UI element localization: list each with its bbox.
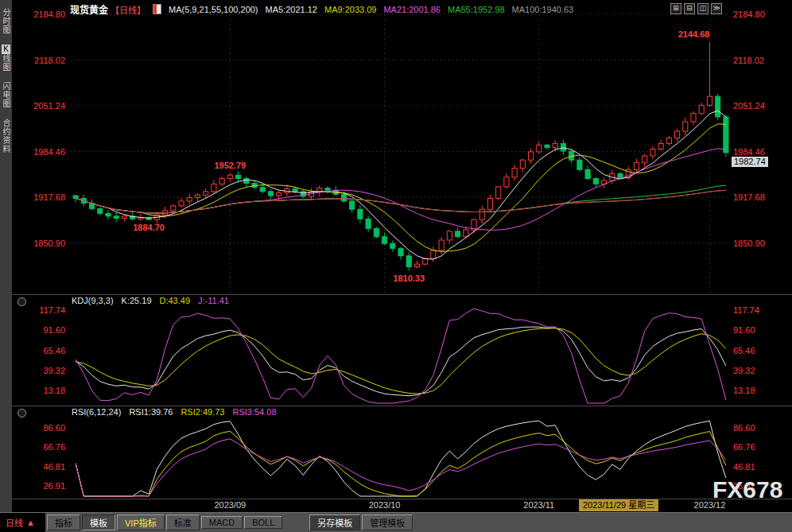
toolbar-button-manage-template[interactable]: 管理模板 [362,515,413,530]
svg-text:1884.70: 1884.70 [133,223,165,232]
x-axis-label: 2023/11 [523,500,554,510]
ma5-value: MA5:2021.12 [266,5,317,14]
period-selector[interactable]: 日线 ▲ [0,513,45,532]
price-tick-label: 2184.80 [733,10,765,19]
rsi-tick-label: 86.60 [733,423,755,433]
kdj-k-value: K:25.19 [122,296,152,305]
toolbar-button-standard[interactable]: 标准 [166,515,200,530]
rsi-tick-label: 46.81 [16,462,65,472]
kdj-tick-label: 39.32 [733,366,755,375]
rsi-tick-label: 66.76 [733,442,755,452]
price-tick-label: 1984.46 [16,147,65,157]
left-sidebar: 分时图 K线图 闪电图 合约资料 [0,0,12,512]
period-bracket-label: 【日线】 [111,3,146,16]
x-axis-label: 2023/09 [214,500,246,510]
current-price-tag: 1982.74 [732,157,768,167]
kline-tab-label: 线图 [2,54,10,72]
sidebar-tab-lightning-chart[interactable]: 闪电图 [1,82,11,108]
period-label: 日线 [6,516,23,529]
sidebar-tab-time-chart[interactable]: 分时图 [1,8,11,34]
price-tick-label: 2051.24 [16,101,65,111]
chart-legend: 现货黄金 【日线】 MA(5,9,21,55,100,200) MA5:2021… [70,2,573,16]
svg-text:1952.79: 1952.79 [214,161,246,170]
price-tick-label: 2184.80 [16,10,65,19]
pane-grid-icon[interactable]: ⊞ [670,3,681,14]
panel-divider [12,294,792,295]
price-tick-label: 2118.02 [733,56,764,65]
price-tick-label: 1850.90 [16,239,65,248]
toolbar-button-vip-indicators[interactable]: VIP指标 [117,515,165,530]
panel-divider [12,406,792,406]
ma-group-label: MA(5,9,21,55,100,200) [169,5,258,14]
toolbar-button-template[interactable]: 模板 [82,515,115,530]
rsi-tick-label: 86.60 [16,423,65,433]
sidebar-tab-kline-chart[interactable]: K线图 [1,45,11,72]
kline-hotkey: K [2,45,10,54]
sidebar-tab-contract-info[interactable]: 合约资料 [1,118,11,153]
rsi-tick-label: 46.81 [733,462,755,472]
pane-rows-icon[interactable]: ⊟ [684,3,695,14]
kdj-tick-label: 13.18 [16,386,65,395]
price-tick-label: 1917.68 [733,192,765,202]
svg-text:2144.68: 2144.68 [678,29,710,39]
pane-columns-icon[interactable]: ◫ [697,3,709,14]
toolbar-button-boll[interactable]: BOLL [244,516,282,529]
kdj-tick-label: 65.46 [16,346,65,355]
rsi2-value: RSI2:49.73 [181,407,224,417]
kdj-tick-label: 117.74 [733,305,759,315]
rsi-tick-label: 26.91 [16,481,65,491]
price-tick-label: 1917.68 [16,192,65,202]
price-tick-label: 1850.90 [733,239,765,248]
rsi1-value: RSI1:39.76 [129,407,173,417]
kdj-tick-label: 39.32 [16,366,65,375]
up-arrow-icon: ▲ [26,518,35,527]
kdj-tick-label: 91.60 [733,325,755,335]
rsi-tick-label: 66.76 [16,442,65,452]
x-axis-label: 2023/10 [369,500,401,510]
ma21-value: MA21:2001.86 [383,5,441,14]
kdj-tick-label: 65.46 [733,346,755,355]
svg-text:1810.33: 1810.33 [393,274,425,283]
trading-app: 2144.681952.791884.701810.33 分时图 K线图 闪电图… [0,0,792,532]
price-tick-label: 2118.02 [16,56,65,65]
toolbar-button-macd[interactable]: MACD [201,516,243,529]
kline-style-icon[interactable] [153,4,161,14]
watermark: FX678 [712,476,782,503]
ma9-value: MA9:2033.09 [324,5,376,14]
toolbar-button-indicators[interactable]: 指标 [47,515,80,530]
kdj-name: KDJ(9,3,3) [72,296,114,305]
rsi-collapse-icon[interactable] [17,409,26,417]
chart-canvas[interactable]: 2144.681952.791884.701810.33 [0,0,792,532]
selected-date-label: 2023/11/29 星期三 [579,499,658,511]
price-tick-label: 1984.46 [733,147,765,157]
pane-next-icon[interactable]: ≫ [711,3,722,14]
kdj-indicator-header: KDJ(9,3,3) K:25.19 D:43.49 J:-11.41 [72,296,229,305]
ma55-value: MA55:1952.98 [448,5,505,14]
symbol-title: 现货黄金 [70,2,108,16]
kdj-d-value: D:43.49 [160,296,191,305]
kdj-tick-label: 13.18 [733,386,755,395]
price-tick-label: 2051.24 [733,101,765,111]
pane-layout-toolbar: ⊞ ⊟ ◫ ≫ [670,3,722,14]
kdj-j-value: J:-11.41 [198,296,229,305]
kdj-tick-label: 91.60 [16,325,65,335]
bottom-toolbar: 日线 ▲ 指标 模板 VIP指标 标准 MACD BOLL 另存模板 管理模板 [0,512,792,532]
rsi-indicator-header: RSI(6,12,24) RSI1:39.76 RSI2:49.73 RSI3:… [72,407,277,417]
toolbar-button-save-template[interactable]: 另存模板 [309,515,360,530]
ma100-value: MA100:1940.63 [512,5,574,14]
panel-divider [12,499,792,499]
rsi3-value: RSI3:54.08 [232,407,276,417]
rsi-name: RSI(6,12,24) [72,407,121,417]
kdj-tick-label: 117.74 [16,305,65,315]
